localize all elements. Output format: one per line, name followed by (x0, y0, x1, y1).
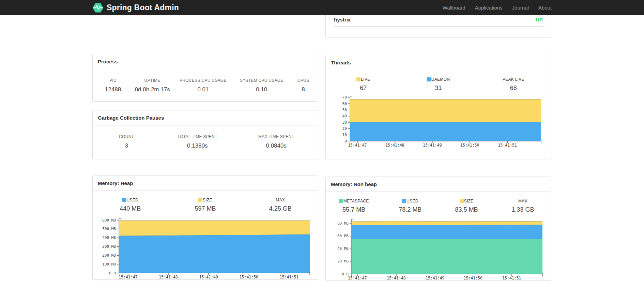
gc-panel-heading: Garbage Collection Pauses (93, 110, 318, 125)
svg-text:80 MB: 80 MB (337, 221, 349, 226)
svg-text:500 MB: 500 MB (102, 227, 116, 231)
legend-value: 68 (510, 85, 517, 92)
metric-label: PID (93, 78, 133, 83)
svg-text:15:41:50: 15:41:50 (240, 275, 258, 279)
legend-label: MAX (276, 198, 285, 202)
legend-label: MAX (518, 199, 527, 203)
process-panel-heading: Process (93, 54, 318, 69)
gc-panel: Garbage Collection Pauses COUNT 3 TOTAL … (92, 110, 318, 159)
nav-link-wallboard[interactable]: Wallboard (443, 5, 465, 11)
legend-value: 31 (435, 85, 442, 92)
svg-text:15:41:47: 15:41:47 (119, 275, 137, 279)
metric-label: MAX TIME SPENT (234, 134, 318, 139)
legend-live: LIVE 67 (326, 77, 401, 92)
process-panel-title: Process (98, 59, 118, 64)
legend-label: SIZE (464, 199, 474, 203)
threads-panel-heading: Threads (326, 55, 551, 70)
legend-label: PEAK LIVE (503, 77, 524, 82)
threads-panel: Threads LIVE 67 DAEMON 31 (325, 55, 551, 159)
metric-value: 0.01 (171, 86, 234, 93)
metric-pid: PID 12488 (93, 78, 133, 93)
legend-used: USED 78.2 MB (382, 199, 438, 213)
svg-text:300 MB: 300 MB (102, 244, 116, 249)
left-column: Process PID 12488 UPTIME 0d 0h 2m 17s PR… (92, 15, 318, 281)
metric-label: UPTIME (133, 78, 171, 83)
metric-value: 0.0840s (234, 142, 318, 149)
svg-text:15:41:48: 15:41:48 (159, 275, 178, 279)
memory-heap-chart: 0 B100 MB200 MB300 MB400 MB500 MB600 MB1… (93, 213, 318, 280)
metric-label: TOTAL TIME SPENT (160, 134, 234, 139)
svg-text:100 MB: 100 MB (102, 262, 116, 267)
memory-nonheap-panel-title: Memory: Non heap (331, 181, 377, 187)
svg-text:15:41:47: 15:41:47 (348, 143, 367, 148)
metaspace-swatch-icon (339, 199, 343, 203)
gc-metrics: COUNT 3 TOTAL TIME SPENT 0.1380s MAX TIM… (93, 125, 318, 149)
daemon-swatch-icon (427, 77, 431, 81)
svg-text:15:41:48: 15:41:48 (385, 143, 404, 148)
metric-value: 0.1380s (160, 142, 234, 149)
svg-text:60 MB: 60 MB (337, 234, 349, 238)
legend-used: USED 440 MB (93, 198, 168, 212)
svg-text:15:41:48: 15:41:48 (387, 276, 405, 280)
svg-text:30: 30 (342, 120, 347, 125)
svg-text:40 MB: 40 MB (337, 246, 349, 251)
legend-label: USED (407, 199, 418, 203)
legend-value: 597 MB (195, 205, 216, 212)
live-swatch-icon (356, 77, 361, 81)
threads-legend: LIVE 67 DAEMON 31 PEAK LIVE 6 (326, 70, 551, 92)
nav-links: Wallboard Applications Journal About (438, 5, 552, 11)
process-metrics: PID 12488 UPTIME 0d 0h 2m 17s PROCESS CP… (93, 69, 318, 93)
svg-text:400 MB: 400 MB (102, 235, 116, 240)
metric-label: PROCESS CPU USAGE (171, 78, 234, 83)
legend-max: MAX 1.33 GB (495, 199, 551, 213)
nav-link-journal[interactable]: Journal (512, 5, 529, 11)
svg-text:10: 10 (342, 133, 347, 137)
nav-link-about[interactable]: About (538, 5, 552, 11)
svg-text:15:41:49: 15:41:49 (199, 275, 218, 279)
svg-text:0: 0 (344, 139, 347, 143)
legend-value: 440 MB (120, 205, 141, 212)
size-swatch-icon (460, 199, 464, 203)
right-column: hystrix UP Threads LIVE 67 (325, 15, 551, 281)
brand[interactable]: Spring Boot Admin (92, 3, 179, 13)
svg-text:40: 40 (342, 114, 347, 118)
svg-text:15:41:50: 15:41:50 (463, 276, 482, 280)
main-content: Process PID 12488 UPTIME 0d 0h 2m 17s PR… (92, 0, 552, 281)
metric-value: 8 (289, 86, 318, 93)
svg-text:600 MB: 600 MB (102, 218, 116, 223)
legend-value: 67 (360, 85, 367, 92)
metric-label: SYSTEM CPU USAGE (234, 78, 289, 83)
application-name[interactable]: hystrix (334, 17, 351, 22)
nav-link-applications[interactable]: Applications (475, 5, 503, 11)
svg-text:60: 60 (342, 102, 347, 106)
svg-text:15:41:49: 15:41:49 (426, 276, 444, 280)
legend-peak-live: PEAK LIVE 68 (476, 77, 551, 92)
memory-nonheap-legend: METASPACE 55.7 MB USED 78.2 MB SIZE (326, 192, 551, 213)
metric-gc-total-time: TOTAL TIME SPENT 0.1380s (160, 134, 234, 149)
memory-heap-panel-heading: Memory: Heap (93, 176, 318, 191)
used-swatch-icon (402, 199, 406, 203)
svg-text:15:41:51: 15:41:51 (280, 275, 298, 279)
metric-gc-max-time: MAX TIME SPENT 0.0840s (234, 134, 318, 149)
metric-value: 12488 (93, 86, 133, 93)
metric-label: COUNT (93, 134, 160, 139)
memory-nonheap-chart: 0 B20 MB40 MB60 MB80 MB15:41:4715:41:481… (326, 214, 551, 281)
memory-heap-panel-title: Memory: Heap (98, 180, 133, 186)
metric-uptime: UPTIME 0d 0h 2m 17s (133, 78, 171, 93)
legend-value: 78.2 MB (399, 206, 421, 213)
metric-system-cpu: SYSTEM CPU USAGE 0.10 (234, 78, 289, 93)
legend-value: 4.25 GB (269, 205, 292, 212)
legend-value: 1.33 GB (511, 206, 534, 213)
legend-label: DAEMON (431, 77, 450, 82)
process-panel: Process PID 12488 UPTIME 0d 0h 2m 17s PR… (92, 54, 318, 102)
metric-process-cpu: PROCESS CPU USAGE 0.01 (171, 78, 234, 93)
metric-label: CPUS (289, 78, 318, 83)
threads-panel-title: Threads (331, 60, 351, 65)
legend-label: USED (126, 198, 138, 202)
legend-value: 83.5 MB (455, 206, 478, 213)
legend-value: 55.7 MB (342, 206, 365, 213)
svg-text:20: 20 (342, 126, 347, 131)
svg-text:15:41:49: 15:41:49 (423, 143, 442, 148)
svg-text:20 MB: 20 MB (337, 259, 349, 263)
metric-gc-count: COUNT 3 (93, 134, 160, 149)
